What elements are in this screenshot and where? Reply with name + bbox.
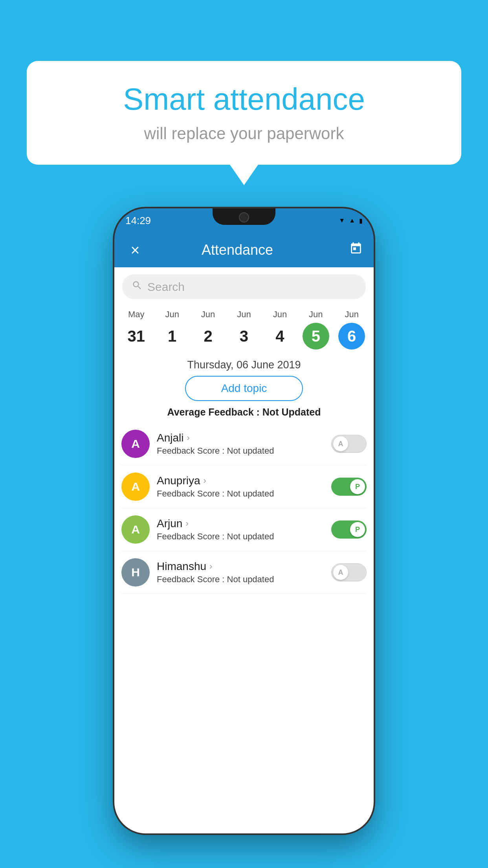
student-name: Himanshu › [157,560,324,573]
toggle-knob: P [350,522,365,537]
student-score: Feedback Score : Not updated [157,446,324,456]
calendar-col-4[interactable]: Jun4 [262,306,298,353]
cal-month: May [128,309,145,320]
score-label: Feedback Score : [157,531,227,541]
toggle-knob: P [350,479,365,494]
attendance-toggle[interactable]: A [331,435,367,453]
chevron-right-icon: › [187,433,189,443]
student-name: Anjali › [157,432,324,444]
student-name: Anupriya › [157,474,324,487]
cal-date[interactable]: 4 [266,323,293,349]
calendar-col-6[interactable]: Jun6 [334,306,370,353]
calendar-col-3[interactable]: Jun3 [226,306,262,353]
student-name-text: Himanshu [157,560,206,573]
avg-feedback-value: Not Updated [262,406,321,417]
close-button[interactable]: × [125,241,145,259]
student-item[interactable]: AAnupriya ›Feedback Score : Not updatedP [121,465,367,508]
status-time: 14:29 [125,215,151,227]
cal-date[interactable]: 6 [338,323,365,349]
student-score: Feedback Score : Not updated [157,531,324,542]
student-name-text: Anjali [157,432,183,444]
cal-date[interactable]: 1 [159,323,185,349]
selected-date: Thursday, 06 June 2019 [114,353,374,376]
avatar: A [121,515,150,544]
chevron-right-icon: › [185,519,188,529]
chevron-right-icon: › [209,561,212,572]
student-info: Himanshu ›Feedback Score : Not updated [157,560,324,585]
average-feedback: Average Feedback : Not Updated [114,406,374,423]
battery-icon: ▮ [359,217,363,224]
score-value: Not updated [227,489,274,498]
student-list: AAnjali ›Feedback Score : Not updatedAAA… [114,423,374,594]
app-bar: × Attendance [114,233,374,267]
student-item[interactable]: AArjun ›Feedback Score : Not updatedP [121,508,367,551]
score-value: Not updated [227,574,274,584]
signal-icon: ▲ [349,217,355,224]
student-name-text: Anupriya [157,474,200,487]
score-label: Feedback Score : [157,446,227,456]
student-score: Feedback Score : Not updated [157,489,324,499]
avatar: A [121,430,150,458]
calendar-col-1[interactable]: Jun1 [154,306,190,353]
phone-frame: 14:29 ▼ ▲ ▮ × Attendance Search [114,208,374,833]
search-bar[interactable]: Search [122,274,366,299]
search-icon [132,280,143,294]
score-value: Not updated [227,446,274,456]
cal-month: Jun [201,309,215,320]
student-item[interactable]: HHimanshu ›Feedback Score : Not updatedA [121,551,367,594]
calendar-row: May31Jun1Jun2Jun3Jun4Jun5Jun6 [114,306,374,353]
cal-month: Jun [309,309,323,320]
speech-bubble: Smart attendance will replace your paper… [27,61,461,165]
toggle-knob: A [333,436,348,451]
phone-screen: Search May31Jun1Jun2Jun3Jun4Jun5Jun6 Thu… [114,267,374,833]
bubble-title: Smart attendance [50,83,438,116]
cal-month: Jun [165,309,179,320]
avatar: A [121,473,150,501]
student-info: Arjun ›Feedback Score : Not updated [157,517,324,542]
cal-date[interactable]: 3 [231,323,257,349]
cal-month: Jun [273,309,287,320]
wifi-icon: ▼ [339,217,345,224]
bubble-subtitle: will replace your paperwork [50,124,438,143]
calendar-col-0[interactable]: May31 [118,306,154,353]
calendar-col-2[interactable]: Jun2 [190,306,226,353]
toggle-knob: A [333,565,348,580]
calendar-col-5[interactable]: Jun5 [298,306,334,353]
app-bar-title: Attendance [145,242,330,258]
add-topic-button[interactable]: Add topic [185,376,303,401]
attendance-toggle[interactable]: A [331,563,367,581]
avatar: H [121,558,150,587]
score-value: Not updated [227,531,274,541]
student-name: Arjun › [157,517,324,530]
score-label: Feedback Score : [157,489,227,498]
score-label: Feedback Score : [157,574,227,584]
cal-date[interactable]: 2 [195,323,222,349]
student-name-text: Arjun [157,517,182,530]
attendance-toggle[interactable]: P [331,478,367,496]
cal-date[interactable]: 5 [303,323,329,349]
cal-date[interactable]: 31 [123,323,150,349]
phone-notch [213,208,275,225]
search-placeholder: Search [147,280,185,294]
speech-bubble-container: Smart attendance will replace your paper… [27,61,461,165]
chevron-right-icon: › [204,476,206,486]
cal-month: Jun [345,309,359,320]
student-item[interactable]: AAnjali ›Feedback Score : Not updatedA [121,423,367,465]
attendance-toggle[interactable]: P [331,520,367,539]
student-info: Anjali ›Feedback Score : Not updated [157,432,324,456]
status-icons: ▼ ▲ ▮ [339,217,363,224]
calendar-icon[interactable] [349,242,363,258]
avg-feedback-label: Average Feedback : [167,406,262,417]
student-info: Anupriya ›Feedback Score : Not updated [157,474,324,499]
student-score: Feedback Score : Not updated [157,574,324,585]
cal-month: Jun [237,309,251,320]
